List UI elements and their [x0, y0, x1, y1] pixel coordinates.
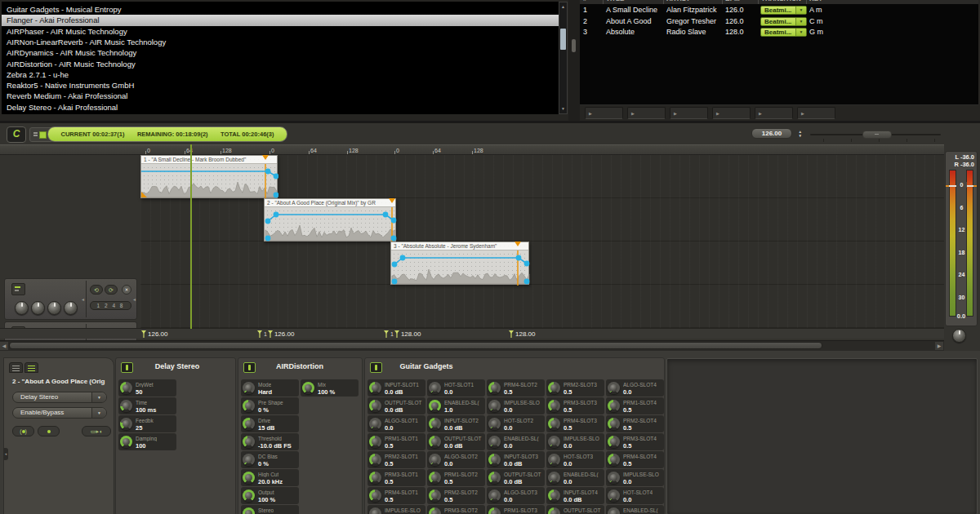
audio-clip[interactable]: 2 - "About A Good Place (Original Mix)" …	[264, 198, 396, 241]
parameter-knob[interactable]	[429, 436, 441, 448]
parameter-cell[interactable]: PRM1-SLOT40.5	[606, 397, 664, 414]
effect-list-item[interactable]: Reaktor5 - Native Instruments GmbH	[2, 80, 563, 91]
playlist-column-header[interactable]: KEY	[809, 0, 822, 2]
parameter-knob[interactable]	[369, 400, 381, 412]
playlist-action-button[interactable]	[670, 107, 708, 119]
parameter-knob[interactable]	[243, 436, 255, 448]
parameter-cell[interactable]: ENABLED-SL(1.0	[427, 397, 485, 414]
parameter-cell[interactable]: INPUT-SLOT30.0 dB	[487, 451, 545, 468]
playlist-action-button[interactable]	[627, 107, 666, 119]
parameter-cell[interactable]: Mix100 %	[301, 379, 359, 397]
parameter-knob[interactable]	[488, 507, 501, 514]
scroll-left-icon[interactable]: ◀	[0, 342, 8, 350]
clear-loop-button[interactable]: ✕	[122, 285, 131, 295]
audio-clip[interactable]: 3 - "Absolute Absolute - Jerome Sydenham…	[390, 241, 529, 285]
timeline-scrollbar-thumb[interactable]	[9, 342, 822, 349]
parameter-cell[interactable]: ALGO-SLOT20.0	[427, 451, 485, 468]
parameter-knob[interactable]	[608, 472, 620, 484]
parameter-knob[interactable]	[488, 400, 501, 412]
mix-point-marker[interactable]	[262, 155, 269, 160]
parameter-knob[interactable]	[369, 454, 381, 466]
mix-point-marker[interactable]	[389, 198, 395, 203]
chevron-down-icon[interactable]: ▼	[795, 7, 806, 14]
chevron-down-icon[interactable]: ▼	[795, 18, 806, 25]
parameter-knob[interactable]	[120, 418, 132, 430]
parameter-knob[interactable]	[429, 400, 441, 412]
splitter-handle[interactable]	[572, 39, 576, 52]
record-enable-button[interactable]	[38, 426, 60, 436]
parameter-knob[interactable]	[488, 454, 501, 466]
parameter-cell[interactable]: OUTPUT-SLOT	[546, 505, 604, 514]
parameter-knob[interactable]	[608, 400, 620, 412]
parameter-cell[interactable]: ModeHard	[241, 379, 299, 397]
playlist-action-button[interactable]	[797, 107, 835, 119]
parameter-knob[interactable]	[429, 472, 441, 484]
playlist-column-header[interactable]: #	[583, 0, 586, 2]
parameter-cell[interactable]: PRM4-SLOT20.5	[487, 379, 545, 397]
parameter-cell[interactable]: ALGO-SLOT10.0	[368, 415, 425, 432]
parameter-knob[interactable]	[243, 418, 255, 430]
parameter-knob[interactable]	[369, 490, 381, 502]
playlist-action-button[interactable]	[712, 107, 751, 119]
parameter-knob[interactable]	[548, 400, 560, 412]
playlist-column-header[interactable]: ARTIST	[666, 0, 690, 2]
tempo-marker[interactable]: 126.00	[141, 330, 167, 339]
parameter-cell[interactable]: OUTPUT-SLOT0.0 dB	[427, 433, 485, 450]
parameter-knob[interactable]	[243, 472, 255, 484]
parameter-cell[interactable]: PRM4-SLOT40.5	[606, 451, 664, 468]
channel-eq-knob[interactable]	[64, 301, 78, 315]
effect-list-item[interactable]: Flanger - Akai Professional	[2, 15, 563, 25]
parameter-knob[interactable]	[548, 507, 560, 514]
parameter-knob[interactable]	[608, 382, 620, 394]
effect-list-item[interactable]: AIRDistortion - AIR Music Technology	[2, 59, 563, 69]
scroll-down-icon[interactable]: ▼	[560, 105, 566, 113]
chevron-down-icon[interactable]: ▼	[795, 29, 806, 36]
parameter-knob[interactable]	[369, 418, 381, 430]
parameter-knob[interactable]	[369, 472, 381, 484]
scrollbar-thumb[interactable]	[560, 29, 566, 50]
effect-list-item[interactable]: Zebra 2.7.1 - u-he	[2, 69, 563, 80]
effect-list-scrollbar[interactable]: ▲ ▼	[559, 2, 568, 114]
tempo-marker[interactable]: 128.00	[509, 330, 535, 339]
automation-toggle-button[interactable]: ()	[12, 426, 34, 436]
parameter-knob[interactable]	[429, 382, 441, 394]
parameter-cell[interactable]: PRM1-SLOT20.5	[427, 469, 485, 486]
parameter-cell[interactable]: ENABLED-SL(0.0	[546, 469, 604, 486]
master-bpm-spinner[interactable]: 126.00 ▴▾	[751, 128, 792, 139]
chevron-down-icon[interactable]: ▼	[91, 392, 106, 402]
effect-list-item[interactable]: AIRDynamics - AIR Music Technology	[2, 47, 563, 58]
parameter-knob[interactable]	[429, 454, 441, 466]
master-gain-knob[interactable]	[952, 329, 966, 343]
parameter-cell[interactable]: INPUT-SLOT40.0 dB	[546, 487, 604, 504]
parameter-cell[interactable]: HOT-SLOT10.0	[427, 379, 485, 397]
parameter-cell[interactable]: PRM2-SLOT20.5	[427, 487, 485, 504]
playlist-row[interactable]: 3AbsoluteRadio Slave128.0Beatmi...▼G m	[580, 27, 978, 38]
parameter-knob[interactable]	[548, 436, 560, 448]
parameter-knob[interactable]	[302, 382, 314, 394]
parameter-knob[interactable]	[608, 418, 620, 430]
parameter-cell[interactable]: Time100 ms	[118, 397, 176, 414]
collapse-arrow-icon[interactable]: ◂	[133, 296, 136, 302]
parameter-cell[interactable]: INPUT-SLOT10.0 dB	[368, 379, 425, 397]
transition-dropdown[interactable]: Beatmi...▼	[760, 17, 807, 26]
parameter-knob[interactable]	[429, 507, 441, 514]
parameter-cell[interactable]: Stereo	[241, 505, 299, 514]
playhead[interactable]	[190, 144, 192, 329]
parameter-cell[interactable]: PRM2-SLOT30.5	[546, 379, 604, 397]
zoom-slider-thumb[interactable]	[862, 131, 892, 139]
parameter-knob[interactable]	[120, 382, 132, 394]
parameter-cell[interactable]: ENABLED-SL(	[606, 505, 664, 514]
parameter-cell[interactable]: OUTPUT-SLOT0.0 dB	[368, 397, 425, 414]
parameter-cell[interactable]: ALGO-SLOT30.0	[487, 487, 545, 504]
parameter-knob[interactable]	[608, 436, 620, 448]
playlist-row[interactable]: 2About A GoodGregor Tresher126.0Beatmi..…	[580, 16, 978, 28]
parameter-knob[interactable]	[120, 436, 132, 448]
channel-eq-knob[interactable]	[15, 301, 29, 315]
parameter-knob[interactable]	[488, 418, 501, 430]
parameter-cell[interactable]: PRM2-SLOT40.5	[606, 415, 664, 432]
collapse-panel-handle[interactable]: ◂	[3, 448, 8, 460]
parameter-cell[interactable]: Feedbk25	[118, 415, 176, 432]
effect-list[interactable]: Guitar Gadgets - Musical EntropyFlanger …	[2, 2, 568, 114]
effect-list-item[interactable]: Guitar Gadgets - Musical Entropy	[2, 4, 563, 15]
timeline-scrollbar[interactable]: ◀ ▶	[0, 340, 944, 351]
